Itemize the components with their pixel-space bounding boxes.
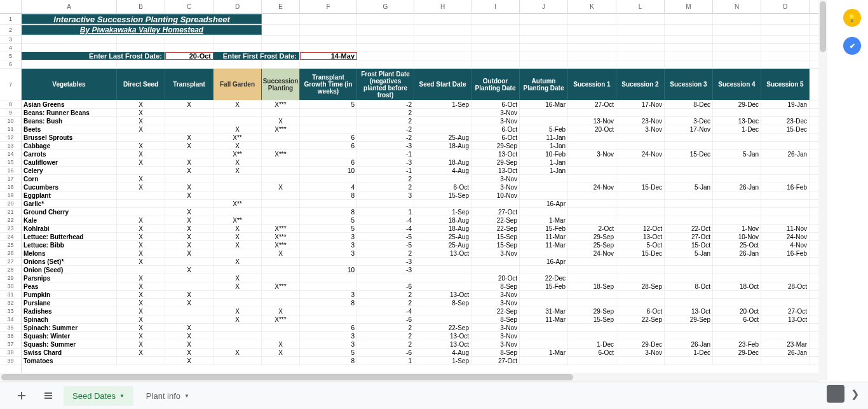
cell-r23-c1[interactable]: X	[117, 225, 165, 232]
cell-r13-c8[interactable]: 29-Sep	[471, 142, 520, 149]
cell-r10-c6[interactable]: 2	[357, 117, 414, 125]
column-header-E[interactable]: E	[262, 0, 300, 14]
cell-r35-c0[interactable]: Spinach: Summer	[22, 324, 117, 331]
cell-r30-c12[interactable]: 8-Oct	[665, 282, 713, 290]
cell-r22-c6[interactable]: -4	[357, 216, 414, 224]
cell-r24-c7[interactable]: 25-Aug	[414, 233, 471, 240]
cell-r20-c10[interactable]	[568, 200, 616, 207]
cell-r20-c6[interactable]	[357, 200, 414, 207]
cell-r21-c12[interactable]	[665, 208, 713, 216]
cell-r19-c12[interactable]	[665, 191, 713, 199]
cell-r8-c0[interactable]: Asian Greens	[22, 101, 117, 108]
cell-r20-c2[interactable]	[165, 200, 214, 207]
cell-r12-c0[interactable]: Brussel Sprouts	[22, 134, 117, 141]
row-header-11[interactable]: 11	[0, 125, 21, 134]
row-header-19[interactable]: 19	[0, 191, 21, 200]
cell-r22-c9[interactable]: 1-Mar	[520, 216, 568, 224]
cell-r16-c3[interactable]: X	[214, 167, 262, 174]
cell-r37-c3[interactable]	[214, 340, 262, 348]
cell-r17-c12[interactable]	[665, 175, 713, 183]
cell-r13-c10[interactable]	[568, 142, 616, 149]
cell-r26-c9[interactable]	[520, 249, 568, 257]
cell-r15-c12[interactable]	[665, 158, 713, 166]
column-header-M[interactable]: M	[665, 0, 713, 14]
cell-r39-c14[interactable]	[761, 357, 810, 364]
cell-r12-c11[interactable]	[616, 134, 665, 141]
cell-r29-c10[interactable]	[568, 274, 616, 282]
cell-r28-c7[interactable]	[414, 266, 471, 274]
column-header-O[interactable]: O	[761, 0, 810, 14]
cell-r19-c10[interactable]	[568, 191, 616, 199]
cell-r22-c11[interactable]	[616, 216, 665, 224]
row-header-29[interactable]: 29	[0, 274, 21, 282]
row-header-38[interactable]: 38	[0, 349, 21, 357]
cell-r23-c10[interactable]: 2-Oct	[568, 225, 616, 232]
column-header-C[interactable]: C	[165, 0, 214, 14]
cell-r38-c0[interactable]: Swiss Chard	[22, 349, 117, 356]
row-header-31[interactable]: 31	[0, 291, 21, 299]
cell-r37-c11[interactable]: 29-Dec	[616, 340, 665, 348]
cell-r9-c13[interactable]	[713, 109, 761, 116]
cell-r18-c10[interactable]: 24-Nov	[568, 183, 616, 191]
cell-r22-c7[interactable]: 18-Aug	[414, 216, 471, 224]
cell-r33-c11[interactable]: 6-Oct	[616, 307, 665, 315]
cell-r25-c11[interactable]: 5-Oct	[616, 241, 665, 249]
cell-r12-c13[interactable]	[713, 134, 761, 141]
cell-r11-c0[interactable]: Beets	[22, 125, 117, 133]
cell-r38-c13[interactable]: 29-Dec	[713, 349, 761, 356]
row-header-39[interactable]: 39	[0, 357, 21, 365]
cell-r28-c14[interactable]	[761, 266, 810, 274]
row-header-22[interactable]: 22	[0, 216, 21, 225]
column-header-A[interactable]: A	[22, 0, 117, 14]
cell-r29-c13[interactable]	[713, 274, 761, 282]
cell-r38-c14[interactable]: 26-Jan	[761, 349, 810, 356]
cell-r26-c1[interactable]: X	[117, 249, 165, 257]
cell-r37-c7[interactable]: 13-Oct	[414, 340, 471, 348]
cell-r8-c11[interactable]: 17-Nov	[616, 101, 665, 108]
cell-r32-c13[interactable]	[713, 299, 761, 307]
cell-r8-c9[interactable]: 16-Mar	[520, 101, 568, 108]
cell-r31-c12[interactable]	[665, 291, 713, 298]
cell-r39-c3[interactable]	[214, 357, 262, 364]
cell-r35-c14[interactable]	[761, 324, 810, 331]
cell-r32-c2[interactable]: X	[165, 299, 214, 307]
cell-r22-c8[interactable]: 22-Sep	[471, 216, 520, 224]
cell-r35-c1[interactable]: X	[117, 324, 165, 331]
cell-r28-c5[interactable]: 10	[300, 266, 357, 274]
chevron-right-icon[interactable]: ❯	[851, 388, 859, 400]
cell-r10-c12[interactable]: 3-Dec	[665, 117, 713, 125]
cell-r24-c11[interactable]: 13-Oct	[616, 233, 665, 240]
column-header-N[interactable]: N	[713, 0, 761, 14]
cell-r23-c11[interactable]: 12-Oct	[616, 225, 665, 232]
row-header-17[interactable]: 17	[0, 175, 21, 183]
cell-r8-c7[interactable]: 1-Sep	[414, 101, 471, 108]
cell-r8-c1[interactable]: X	[117, 101, 165, 108]
cell-r22-c12[interactable]	[665, 216, 713, 224]
cells-area[interactable]: Interactive Succession Planting Spreadsh…	[22, 14, 827, 380]
cell-r18-c0[interactable]: Cucumbers	[22, 183, 117, 191]
header-3[interactable]: Fall Garden	[214, 69, 262, 100]
column-header-G[interactable]: G	[357, 0, 414, 14]
cell-r32-c11[interactable]	[616, 299, 665, 307]
cell-r37-c0[interactable]: Squash: Summer	[22, 340, 117, 348]
cell-r33-c5[interactable]	[300, 307, 357, 315]
header-10[interactable]: Sucession 1	[568, 69, 616, 100]
cell-r13-c9[interactable]: 1-Jan	[520, 142, 568, 149]
cell-r15-c7[interactable]: 18-Aug	[414, 158, 471, 166]
cell-r34-c8[interactable]: 8-Sep	[471, 315, 520, 323]
cell-r33-c14[interactable]: 27-Oct	[761, 307, 810, 315]
cell-r10-c3[interactable]	[214, 117, 262, 125]
cell-r10-c8[interactable]: 3-Nov	[471, 117, 520, 125]
cell-r39-c8[interactable]: 27-Oct	[471, 357, 520, 364]
cell-r33-c7[interactable]	[414, 307, 471, 315]
cell-r39-c1[interactable]	[117, 357, 165, 364]
cell-r10-c9[interactable]	[520, 117, 568, 125]
row-header-25[interactable]: 25	[0, 241, 21, 249]
cell-r12-c1[interactable]	[117, 134, 165, 141]
row-header-24[interactable]: 24	[0, 233, 21, 241]
row-header-15[interactable]: 15	[0, 158, 21, 167]
cell-r33-c0[interactable]: Radishes	[22, 307, 117, 315]
cell-r32-c4[interactable]	[262, 299, 300, 307]
cell-r26-c8[interactable]: 3-Nov	[471, 249, 520, 257]
cell-r9-c7[interactable]	[414, 109, 471, 116]
